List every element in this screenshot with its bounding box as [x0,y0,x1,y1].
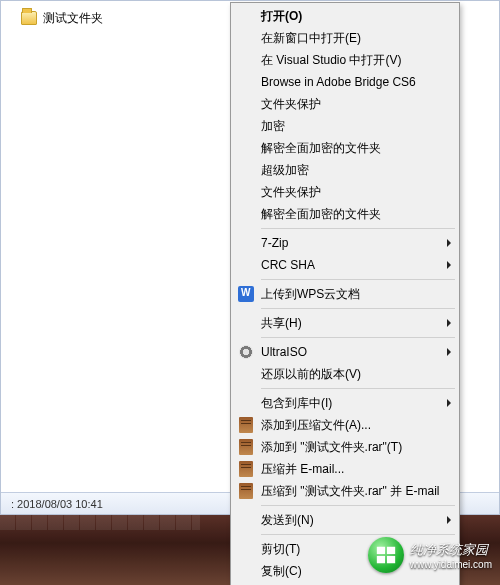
menu-item[interactable]: 打开(O) [233,5,457,27]
chevron-right-icon [447,348,451,356]
status-text: : 2018/08/03 10:41 [11,498,103,510]
menu-item[interactable]: 加密 [233,115,457,137]
svg-rect-0 [377,547,385,554]
chevron-right-icon [447,399,451,407]
windows-logo-icon [368,537,404,573]
menu-item-label: UltraISO [261,345,307,359]
menu-item[interactable]: 解密全面加密的文件夹 [233,203,457,225]
menu-item-label: 包含到库中(I) [261,395,332,412]
menu-item-label: 在新窗口中打开(E) [261,30,361,47]
menu-item[interactable]: 在 Visual Studio 中打开(V) [233,49,457,71]
menu-item[interactable]: 压缩到 "测试文件夹.rar" 并 E-mail [233,480,457,502]
wps-icon [237,285,255,303]
chevron-right-icon [447,319,451,327]
svg-rect-2 [377,556,385,563]
menu-item[interactable]: Browse in Adobe Bridge CS6 [233,71,457,93]
menu-item[interactable]: 发送到(N) [233,509,457,531]
menu-item[interactable]: 压缩并 E-mail... [233,458,457,480]
menu-item[interactable]: UltraISO [233,341,457,363]
menu-separator [261,228,455,229]
menu-item[interactable]: 文件夹保护 [233,93,457,115]
watermark-url: www.yidaimei.com [410,559,492,570]
rar-icon [237,438,255,456]
svg-rect-3 [387,556,395,563]
menu-item-label: 添加到压缩文件(A)... [261,417,371,434]
chevron-right-icon [447,261,451,269]
menu-item[interactable]: 上传到WPS云文档 [233,283,457,305]
menu-separator [261,337,455,338]
menu-separator [261,308,455,309]
menu-item-label: 文件夹保护 [261,96,321,113]
folder-name: 测试文件夹 [43,10,103,27]
menu-item-label: 超级加密 [261,162,309,179]
menu-item-label: 压缩到 "测试文件夹.rar" 并 E-mail [261,483,440,500]
menu-separator [261,534,455,535]
menu-item[interactable]: 7-Zip [233,232,457,254]
menu-item[interactable]: 文件夹保护 [233,181,457,203]
menu-item-label: 添加到 "测试文件夹.rar"(T) [261,439,402,456]
menu-item-label: 解密全面加密的文件夹 [261,206,381,223]
menu-item-label: 解密全面加密的文件夹 [261,140,381,157]
rar-icon [237,460,255,478]
menu-item-label: 压缩并 E-mail... [261,461,344,478]
menu-item-label: 上传到WPS云文档 [261,286,360,303]
menu-item-label: 还原以前的版本(V) [261,366,361,383]
menu-item[interactable]: 共享(H) [233,312,457,334]
menu-item-label: 在 Visual Studio 中打开(V) [261,52,402,69]
chevron-right-icon [447,239,451,247]
svg-rect-1 [387,547,395,554]
chevron-right-icon [447,516,451,524]
menu-separator [261,279,455,280]
menu-item[interactable]: 添加到 "测试文件夹.rar"(T) [233,436,457,458]
menu-item-label: Browse in Adobe Bridge CS6 [261,75,416,89]
menu-item-label: 加密 [261,118,285,135]
menu-separator [261,388,455,389]
menu-item[interactable]: 包含到库中(I) [233,392,457,414]
menu-item[interactable]: 超级加密 [233,159,457,181]
menu-item-label: 发送到(N) [261,512,314,529]
menu-item-label: 复制(C) [261,563,302,580]
folder-icon [21,11,37,25]
rar-icon [237,416,255,434]
menu-item-label: 剪切(T) [261,541,300,558]
menu-item-label: 打开(O) [261,8,302,25]
rar-icon [237,482,255,500]
menu-item[interactable]: 还原以前的版本(V) [233,363,457,385]
menu-separator [261,505,455,506]
menu-item-label: CRC SHA [261,258,315,272]
menu-item-label: 文件夹保护 [261,184,321,201]
menu-item-label: 共享(H) [261,315,302,332]
menu-item[interactable]: 解密全面加密的文件夹 [233,137,457,159]
watermark: 纯净系统家园 www.yidaimei.com [368,537,492,573]
uiso-icon [237,343,255,361]
menu-item[interactable]: 添加到压缩文件(A)... [233,414,457,436]
menu-item[interactable]: 在新窗口中打开(E) [233,27,457,49]
watermark-text-block: 纯净系统家园 www.yidaimei.com [410,541,492,570]
menu-item[interactable]: CRC SHA [233,254,457,276]
context-menu[interactable]: 打开(O)在新窗口中打开(E)在 Visual Studio 中打开(V)Bro… [230,2,460,585]
watermark-title: 纯净系统家园 [410,541,492,559]
menu-item-label: 7-Zip [261,236,288,250]
